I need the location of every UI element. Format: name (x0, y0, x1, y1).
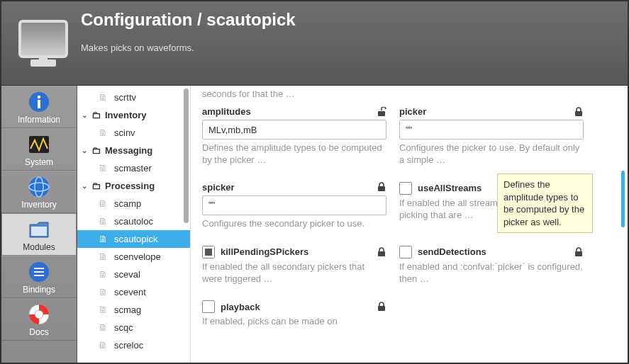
tree-scrollbar[interactable] (184, 89, 189, 223)
svg-rect-15 (378, 251, 385, 256)
tree-label: scinv (114, 127, 135, 138)
param-label: sendDetections (418, 246, 486, 257)
tree-item-scmag[interactable]: 🗎scmag (77, 301, 190, 319)
tree-label: Inventory (105, 110, 147, 120)
bindings-icon (28, 261, 50, 283)
tree-label: screloc (114, 340, 143, 351)
svg-rect-11 (378, 111, 385, 116)
param-label: picker (399, 106, 426, 117)
checkbox-playback[interactable] (202, 300, 215, 313)
param-label: amplitudes (202, 106, 251, 117)
tree-item-screloc[interactable]: 🗎screloc (77, 336, 190, 354)
lock-icon[interactable] (377, 302, 386, 312)
unlock-icon[interactable] (377, 107, 386, 117)
tree-item-scenvelope[interactable]: 🗎scenvelope (77, 248, 190, 266)
sidebar-label: Information (18, 115, 60, 125)
document-icon: 🗎 (99, 127, 110, 138)
tooltip: Defines the amplitude types to be comput… (497, 174, 593, 233)
monitor-icon (14, 10, 72, 68)
tree-label: Processing (105, 181, 155, 191)
param-desc: Configures the secondary picker to use. (202, 218, 386, 230)
sidebar-item-information[interactable]: Information (1, 86, 77, 128)
document-icon: 🗎 (99, 340, 110, 351)
folder-small-icon: 🗀 (91, 110, 101, 120)
tree-category-inventory[interactable]: ⌄🗀Inventory (77, 106, 190, 124)
checkbox-killpending[interactable] (202, 246, 215, 258)
folder-icon (28, 218, 50, 241)
tree-label: scautoloc (114, 216, 153, 227)
param-label: killPendingSPickers (221, 246, 308, 257)
document-icon: 🗎 (99, 198, 110, 209)
param-label: spicker (202, 182, 235, 193)
sidebar-item-docs[interactable]: Docs (1, 298, 77, 341)
svg-rect-7 (31, 227, 47, 236)
param-desc: If enabled, picks can be made on (202, 316, 386, 328)
param-desc: If enabled and :confval:`picker` is conf… (399, 261, 584, 285)
param-desc: Defines the amplitude types to be comput… (202, 142, 386, 166)
lifebuoy-icon (28, 303, 50, 326)
sidebar-label: Bindings (23, 285, 55, 295)
document-icon: 🗎 (99, 234, 110, 244)
chevron-down-icon: ⌄ (82, 111, 91, 119)
sidebar-item-system[interactable]: System (1, 128, 77, 171)
document-icon: 🗎 (99, 216, 110, 227)
svg-point-4 (29, 177, 49, 197)
lock-icon[interactable] (377, 182, 386, 192)
tree-label: scmaster (114, 163, 152, 174)
svg-rect-13 (378, 186, 385, 191)
document-icon: 🗎 (99, 287, 110, 297)
lock-icon[interactable] (574, 247, 584, 257)
sidebar-label: Inventory (21, 200, 56, 210)
checkbox-senddetections[interactable] (399, 246, 412, 258)
param-spicker: spicker Configures the secondary picker … (202, 182, 386, 230)
tree-item-scautoloc[interactable]: 🗎scautoloc (77, 212, 190, 230)
svg-rect-17 (378, 306, 385, 311)
tree-label: scmag (114, 305, 141, 315)
param-desc: Configures the picker to use. By default… (399, 142, 584, 166)
param-label: playback (221, 302, 260, 312)
tree-item-scamp[interactable]: 🗎scamp (77, 195, 190, 212)
tree-label: scevent (114, 287, 146, 297)
tree-item-scrttv[interactable]: 🗎scrttv (77, 89, 190, 106)
param-senddetections: sendDetections If enabled and :confval:`… (399, 246, 584, 285)
tree-label: Messaging (105, 145, 152, 156)
svg-rect-12 (575, 111, 582, 116)
picker-input[interactable] (399, 120, 584, 140)
content-panel: seconds for that the … amplitudes Define… (191, 86, 628, 363)
document-icon: 🗎 (99, 269, 110, 280)
document-icon: 🗎 (99, 305, 110, 315)
content-scrollbar[interactable] (621, 171, 625, 227)
param-killpendingspickers: killPendingSPickers If enabled the all s… (202, 246, 386, 285)
tree-item-sceval[interactable]: 🗎sceval (77, 266, 190, 283)
tree-category-processing[interactable]: ⌄🗀Processing (77, 177, 190, 195)
globe-icon (28, 176, 50, 198)
tree-label: scrttv (114, 92, 136, 103)
param-playback: playback If enabled, picks can be made o… (202, 300, 386, 328)
sidebar: Information System Inventory Modules Bin… (1, 86, 77, 363)
lock-icon[interactable] (574, 107, 584, 117)
tree-item-scmaster[interactable]: 🗎scmaster (77, 159, 190, 177)
sidebar-item-bindings[interactable]: Bindings (1, 256, 77, 298)
lock-icon[interactable] (377, 247, 386, 257)
tree-category-messaging[interactable]: ⌄🗀Messaging (77, 142, 190, 159)
tree-item-scqc[interactable]: 🗎scqc (77, 319, 190, 336)
amplitudes-input[interactable] (202, 120, 386, 140)
tree-item-scevent[interactable]: 🗎scevent (77, 283, 190, 301)
document-icon: 🗎 (99, 322, 110, 333)
sidebar-item-inventory[interactable]: Inventory (1, 171, 77, 213)
document-icon: 🗎 (99, 251, 110, 262)
sidebar-item-modules[interactable]: Modules (1, 213, 77, 256)
tree-item-scinv[interactable]: 🗎scinv (77, 124, 190, 142)
svg-point-2 (38, 96, 41, 99)
sidebar-label: System (25, 157, 53, 167)
spicker-input[interactable] (202, 195, 386, 215)
sidebar-label: Docs (29, 327, 48, 337)
tree-item-scautopick[interactable]: 🗎scautopick (77, 230, 190, 248)
svg-rect-1 (38, 100, 40, 108)
chevron-down-icon: ⌄ (82, 147, 91, 154)
param-picker: picker Configures the picker to use. By … (399, 106, 584, 166)
tree-label: sceval (114, 269, 140, 280)
svg-point-10 (35, 310, 43, 319)
param-label: useAllStreams (418, 183, 482, 193)
checkbox-useallstreams[interactable] (399, 182, 412, 195)
